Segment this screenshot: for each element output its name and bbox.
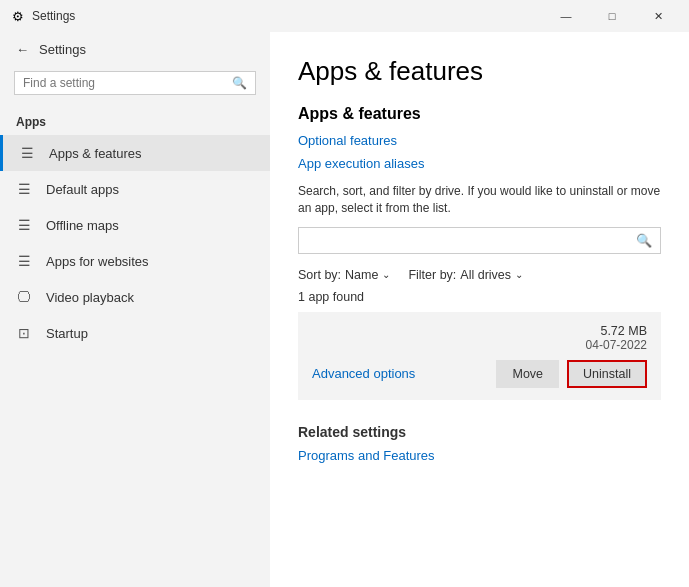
app-count: 1 app found (298, 290, 661, 304)
sidebar-back-button[interactable]: ← Settings (0, 32, 270, 67)
app-execution-aliases-link[interactable]: App execution aliases (298, 156, 661, 171)
sidebar-search-box[interactable]: 🔍 (14, 71, 256, 95)
app-card-size: 5.72 MB (586, 324, 647, 338)
maximize-button[interactable]: □ (589, 0, 635, 32)
settings-icon: ⚙ (12, 9, 24, 24)
optional-features-link[interactable]: Optional features (298, 133, 661, 148)
sidebar-item-label-apps-websites: Apps for websites (46, 254, 149, 269)
sidebar-item-startup[interactable]: ⊡ Startup (0, 315, 270, 351)
advanced-options-link[interactable]: Advanced options (312, 366, 415, 381)
sidebar-back-label: Settings (39, 42, 86, 57)
sidebar-item-video-playback[interactable]: 🖵 Video playback (0, 279, 270, 315)
sidebar-item-label-video-playback: Video playback (46, 290, 134, 305)
offline-maps-icon: ☰ (16, 217, 32, 233)
sidebar-section-label: Apps (0, 107, 270, 135)
move-button[interactable]: Move (496, 360, 559, 388)
close-button[interactable]: ✕ (635, 0, 681, 32)
app-card: 5.72 MB 04-07-2022 Advanced options Move… (298, 312, 661, 400)
apps-features-icon: ☰ (19, 145, 35, 161)
back-arrow-icon: ← (16, 42, 29, 57)
app-search-box[interactable]: 🔍 (298, 227, 661, 254)
sidebar-item-apps-features[interactable]: ☰ Apps & features (0, 135, 270, 171)
app-buttons: Move Uninstall (496, 360, 647, 388)
title-bar: ⚙ Settings — □ ✕ (0, 0, 689, 32)
startup-icon: ⊡ (16, 325, 32, 341)
page-title: Apps & features (298, 56, 661, 87)
sidebar-search-input[interactable] (23, 76, 232, 90)
minimize-button[interactable]: — (543, 0, 589, 32)
sidebar-item-label-offline-maps: Offline maps (46, 218, 119, 233)
title-bar-controls: — □ ✕ (543, 0, 681, 32)
title-bar-title: Settings (32, 9, 75, 23)
title-bar-left: ⚙ Settings (12, 9, 75, 24)
sidebar-item-label-startup: Startup (46, 326, 88, 341)
main-layout: ← Settings 🔍 Apps ☰ Apps & features ☰ De… (0, 32, 689, 587)
filter-by-control[interactable]: Filter by: All drives ⌄ (408, 268, 523, 282)
related-settings-title: Related settings (298, 424, 661, 440)
sidebar-item-label-apps-features: Apps & features (49, 146, 142, 161)
programs-features-link[interactable]: Programs and Features (298, 448, 661, 463)
description-text: Search, sort, and filter by drive. If yo… (298, 183, 661, 217)
sidebar-item-default-apps[interactable]: ☰ Default apps (0, 171, 270, 207)
app-search-icon: 🔍 (636, 233, 652, 248)
sort-by-value: Name (345, 268, 378, 282)
uninstall-button[interactable]: Uninstall (567, 360, 647, 388)
sort-filter-row: Sort by: Name ⌄ Filter by: All drives ⌄ (298, 268, 661, 282)
sidebar-item-label-default-apps: Default apps (46, 182, 119, 197)
app-card-actions: Advanced options Move Uninstall (312, 360, 647, 388)
related-settings: Related settings Programs and Features (298, 424, 661, 463)
filter-by-value: All drives (460, 268, 511, 282)
filter-by-label: Filter by: (408, 268, 456, 282)
apps-websites-icon: ☰ (16, 253, 32, 269)
section-title: Apps & features (298, 105, 661, 123)
sidebar-item-apps-websites[interactable]: ☰ Apps for websites (0, 243, 270, 279)
app-search-input[interactable] (307, 233, 636, 248)
default-apps-icon: ☰ (16, 181, 32, 197)
filter-by-chevron: ⌄ (515, 269, 523, 280)
content-area: Apps & features Apps & features Optional… (270, 32, 689, 587)
app-card-date: 04-07-2022 (586, 338, 647, 352)
app-card-size-date: 5.72 MB 04-07-2022 (586, 324, 647, 352)
sidebar-item-offline-maps[interactable]: ☰ Offline maps (0, 207, 270, 243)
app-card-top: 5.72 MB 04-07-2022 (312, 324, 647, 352)
sort-by-chevron: ⌄ (382, 269, 390, 280)
sidebar-search-icon: 🔍 (232, 76, 247, 90)
video-playback-icon: 🖵 (16, 289, 32, 305)
sidebar: ← Settings 🔍 Apps ☰ Apps & features ☰ De… (0, 32, 270, 587)
sort-by-control[interactable]: Sort by: Name ⌄ (298, 268, 390, 282)
sort-by-label: Sort by: (298, 268, 341, 282)
